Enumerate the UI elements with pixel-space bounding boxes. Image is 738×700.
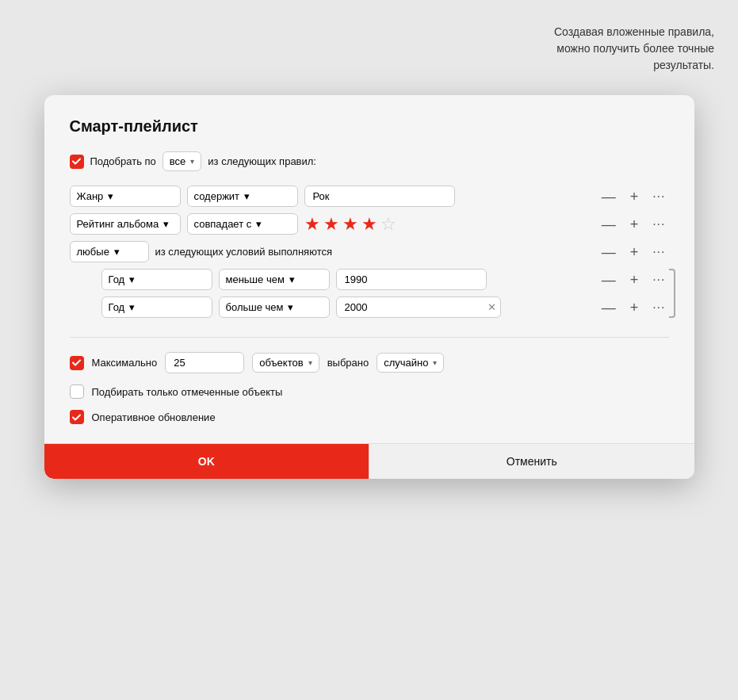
nested-group-remove-button[interactable]: — <box>598 243 619 261</box>
nested-group-row: любые ▾ из следующих условий выполняются… <box>70 241 669 262</box>
live-update-row: Оперативное обновление <box>70 410 669 424</box>
nested-rule2-add-button[interactable]: + <box>627 299 642 316</box>
nested-group-field-label: любые <box>77 246 109 258</box>
rule1-field-chevron: ▾ <box>108 190 113 202</box>
rule1-field-label: Жанр <box>77 190 104 202</box>
rule-row-2: Рейтинг альбома ▾ совпадает с ▾ ★ ★ ★ ★ … <box>70 213 669 235</box>
dialog-body: Смарт-плейлист Подобрать по все ▾ из сле… <box>44 95 694 443</box>
cancel-button[interactable]: Отменить <box>369 444 694 479</box>
rule2-remove-button[interactable]: — <box>598 216 619 233</box>
nested-rule1-field-label: Год <box>109 273 125 285</box>
rule1-field-dropdown[interactable]: Жанр ▾ <box>70 186 181 207</box>
star-4[interactable]: ★ <box>361 214 377 235</box>
max-unit-label: объектов <box>259 357 303 369</box>
nested-rule2-field-chevron: ▾ <box>129 301 135 313</box>
rule2-add-button[interactable]: + <box>627 216 642 233</box>
nested-rule1-more-button[interactable]: ··· <box>649 271 668 289</box>
dialog-footer: OK Отменить <box>44 443 694 479</box>
star-2[interactable]: ★ <box>323 214 339 235</box>
match-label-before: Подобрать по <box>90 155 156 167</box>
nested-rule1-field-dropdown[interactable]: Год ▾ <box>101 269 212 290</box>
rule2-field-label: Рейтинг альбома <box>77 218 159 230</box>
match-checkbox[interactable] <box>70 155 84 169</box>
nested-rule1-field-chevron: ▾ <box>129 273 135 285</box>
tooltip-line3: результаты. <box>653 59 714 71</box>
nested-rules: Год ▾ меньше чем ▾ — + ··· <box>101 269 669 318</box>
rule1-remove-button[interactable]: — <box>598 188 619 205</box>
rule1-condition-label: содержит <box>194 190 240 202</box>
only-checked-row: Подбирать только отмеченные объекты <box>70 384 669 399</box>
star-1[interactable]: ★ <box>304 214 320 235</box>
nested-rule2-condition-chevron: ▾ <box>288 301 293 313</box>
max-unit-dropdown[interactable]: объектов ▾ <box>252 353 319 373</box>
nested-rule1-remove-button[interactable]: — <box>598 271 619 289</box>
nested-rule2-clear-button[interactable]: ✕ <box>488 301 496 313</box>
rule2-condition-label: совпадает с <box>194 218 252 230</box>
live-update-checkbox[interactable] <box>70 410 84 424</box>
bottom-options: Максимально объектов ▾ выбрано случайно … <box>70 352 669 424</box>
match-row: Подобрать по все ▾ из следующих правил: <box>70 151 669 171</box>
page-wrapper: Создавая вложенные правила, можно получи… <box>0 16 738 700</box>
nested-rule2-value-wrapper: ✕ <box>336 296 501 318</box>
rule2-field-chevron: ▾ <box>163 218 169 230</box>
nested-rule2-condition-label: больше чем <box>226 301 284 313</box>
match-type-chevron: ▾ <box>190 157 194 166</box>
rule2-field-dropdown[interactable]: Рейтинг альбома ▾ <box>70 213 181 235</box>
rule1-more-button[interactable]: ··· <box>649 188 668 205</box>
max-order-chevron: ▾ <box>433 358 437 367</box>
live-update-label: Оперативное обновление <box>92 411 216 423</box>
rule2-actions: — + ··· <box>598 216 669 233</box>
nested-group-more-button[interactable]: ··· <box>649 243 668 261</box>
dialog-title: Смарт-плейлист <box>70 117 669 136</box>
nested-rule-row-2: Год ▾ больше чем ▾ ✕ <box>101 296 669 318</box>
only-checked-checkbox[interactable] <box>70 384 84 399</box>
rule2-condition-dropdown[interactable]: совпадает с ▾ <box>187 213 298 235</box>
rule1-value-input[interactable] <box>304 186 455 207</box>
star-5[interactable]: ☆ <box>380 214 396 235</box>
rule1-add-button[interactable]: + <box>627 188 642 205</box>
max-items-row: Максимально объектов ▾ выбрано случайно … <box>70 352 669 373</box>
star-3[interactable]: ★ <box>342 214 358 235</box>
tooltip-text: Создавая вложенные правила, можно получи… <box>554 24 714 74</box>
match-label-after: из следующих правил: <box>208 155 316 167</box>
nested-rule1-condition-chevron: ▾ <box>289 273 295 285</box>
rule1-condition-dropdown[interactable]: содержит ▾ <box>187 186 298 207</box>
nested-group-actions: — + ··· <box>598 243 669 261</box>
rule1-actions: — + ··· <box>598 188 669 205</box>
nested-rule2-remove-button[interactable]: — <box>598 299 619 316</box>
nested-rule1-add-button[interactable]: + <box>627 271 642 289</box>
nested-rule2-field-dropdown[interactable]: Год ▾ <box>101 296 212 318</box>
max-order-dropdown[interactable]: случайно ▾ <box>377 353 444 373</box>
nested-rule2-condition-dropdown[interactable]: больше чем ▾ <box>219 296 330 318</box>
nested-rules-wrapper: Год ▾ меньше чем ▾ — + ··· <box>70 269 669 318</box>
nested-rule2-actions: — + ··· <box>598 299 669 316</box>
rule2-more-button[interactable]: ··· <box>649 216 668 233</box>
nested-rule1-condition-dropdown[interactable]: меньше чем ▾ <box>219 269 330 290</box>
max-checkbox[interactable] <box>70 356 84 370</box>
max-unit-chevron: ▾ <box>308 358 312 367</box>
ok-button[interactable]: OK <box>44 444 369 479</box>
smart-playlist-dialog: Смарт-плейлист Подобрать по все ▾ из сле… <box>44 95 694 479</box>
nested-group-add-button[interactable]: + <box>627 243 642 261</box>
rule1-condition-chevron: ▾ <box>244 190 250 202</box>
tooltip-line2: можно получить более точные <box>556 42 714 55</box>
nested-rule2-value-input[interactable] <box>336 296 501 318</box>
nested-bracket <box>669 269 675 318</box>
rule2-condition-chevron: ▾ <box>256 218 262 230</box>
nested-rule1-condition-label: меньше чем <box>226 273 285 285</box>
only-checked-label: Подбирать только отмеченные объекты <box>92 386 283 398</box>
rule-row-1: Жанр ▾ содержит ▾ — + ··· <box>70 186 669 207</box>
match-type-dropdown[interactable]: все ▾ <box>163 151 202 171</box>
rule2-stars[interactable]: ★ ★ ★ ★ ☆ <box>304 214 407 235</box>
max-label: Максимально <box>92 357 158 369</box>
rules-area: Жанр ▾ содержит ▾ — + ··· <box>70 186 669 318</box>
nested-rule1-actions: — + ··· <box>598 271 669 289</box>
nested-rule-row-1: Год ▾ меньше чем ▾ — + ··· <box>101 269 669 290</box>
nested-rule1-value-input[interactable] <box>336 269 487 290</box>
separator <box>70 337 669 338</box>
max-order-label: случайно <box>384 357 428 369</box>
tooltip-line1: Создавая вложенные правила, <box>554 25 714 38</box>
max-value-input[interactable] <box>165 352 244 373</box>
nested-rule2-more-button[interactable]: ··· <box>649 299 668 316</box>
nested-group-field-dropdown[interactable]: любые ▾ <box>70 241 149 262</box>
